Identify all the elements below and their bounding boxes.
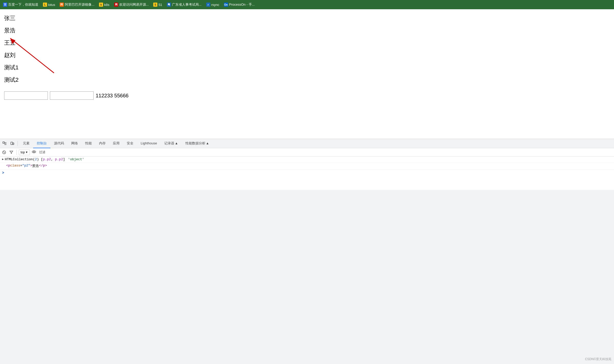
tab-label-rsync: rsync xyxy=(211,3,219,7)
devtools-toolbar: 元素 控制台 源代码 网络 性能 内存 应用 xyxy=(0,139,614,148)
tab-favicon-wangyi: 网 xyxy=(114,3,118,7)
devtools-tab-network[interactable]: 网络 xyxy=(68,139,82,148)
browser-tabs-bar: 百 百度一下，你就知道 L lotus 阿 阿里巴巴开源镜像... k k8s … xyxy=(0,0,614,9)
devtools-tab-security[interactable]: 安全 xyxy=(123,139,137,148)
devtools-inspect-icon[interactable] xyxy=(1,140,8,147)
devtools-separator-1 xyxy=(17,141,18,146)
list-item-wangwu: 王五 xyxy=(4,39,610,47)
recorder-icon: ▲ xyxy=(175,141,178,145)
tab-label-k8s: k8s xyxy=(104,3,109,7)
html-collection-item1: p.p2 xyxy=(43,157,51,161)
devtools-panel: 元素 控制台 源代码 网络 性能 内存 应用 xyxy=(0,139,614,364)
filter-label: 过滤 xyxy=(38,150,46,154)
console-line-code: <p class="p2">景浩</p> xyxy=(0,163,614,170)
code-tag-close-end: </p> xyxy=(39,164,47,167)
tab-processon[interactable]: On ProcessOn - 手... xyxy=(222,1,257,8)
devtools-tab-memory[interactable]: 内存 xyxy=(95,139,109,148)
html-collection-item2: p.p2 xyxy=(55,157,63,161)
input-field-1[interactable] xyxy=(4,91,48,100)
code-attr-value: "p2" xyxy=(22,164,30,167)
console-separator-1 xyxy=(16,150,17,155)
devtools-tab-console[interactable]: 控制台 xyxy=(33,139,50,148)
console-clear-btn[interactable] xyxy=(1,149,7,155)
devtools-tab-lighthouse[interactable]: Lighthouse xyxy=(137,139,161,148)
list-item-zhangsan: 张三 xyxy=(4,14,610,22)
svg-line-9 xyxy=(3,152,5,153)
input-field-2[interactable] xyxy=(50,91,94,100)
devtools-tabs: 元素 控制台 源代码 网络 性能 内存 应用 xyxy=(19,139,213,148)
console-content: ▶ HTMLCollection(2) [p.p2, p.p2] 'object… xyxy=(0,156,614,190)
devtools-tab-perf-insights[interactable]: 性能数据分析 ▲ xyxy=(182,139,213,148)
code-equals: = xyxy=(20,164,22,167)
tab-favicon-guangdong: 粤 xyxy=(167,3,171,7)
code-tag-open: <p xyxy=(6,164,10,167)
tab-rsync[interactable]: r rsync xyxy=(204,1,221,8)
chevron-down-icon: ▼ xyxy=(25,151,28,154)
code-text-content: 景浩 xyxy=(32,164,39,168)
svg-rect-2 xyxy=(3,142,4,143)
tab-label-51: 51 xyxy=(158,3,162,7)
tab-guangdong[interactable]: 粤 广东省人事考试局... xyxy=(165,1,204,8)
tab-favicon-lotus: L xyxy=(43,3,47,7)
tab-label-processon: ProcessOn - 手... xyxy=(229,2,255,7)
svg-point-10 xyxy=(32,151,36,153)
tab-favicon-rsync: r xyxy=(206,3,210,7)
tab-label-baidu: 百度一下，你就知道 xyxy=(8,2,38,7)
code-attr-name: class xyxy=(10,164,20,167)
console-prompt-symbol: > xyxy=(2,171,4,175)
html-collection-type: 'object' xyxy=(68,157,84,161)
tab-k8s[interactable]: k k8s xyxy=(97,1,111,8)
tab-favicon-51: 5 xyxy=(153,3,157,7)
watermark: CSDN©景天科技苑 xyxy=(585,357,611,361)
devtools-tab-elements[interactable]: 元素 xyxy=(19,139,33,148)
tab-wangyi[interactable]: 网 欢迎访问网易开源... xyxy=(112,1,151,8)
svg-rect-6 xyxy=(11,142,13,145)
main-content: 张三 景浩 王五 赵刘 测试1 测试2 112233 55666 xyxy=(0,9,614,145)
html-collection-keyword: HTMLCollection xyxy=(5,157,33,161)
tab-label-guangdong: 广东省人事考试局... xyxy=(172,2,202,7)
console-eye-btn[interactable] xyxy=(31,149,37,155)
console-filter-btn[interactable] xyxy=(8,149,14,155)
svg-point-11 xyxy=(33,151,34,152)
code-tag-close-start: > xyxy=(30,164,32,167)
devtools-tab-recorder[interactable]: 记录器 ▲ xyxy=(161,139,182,148)
console-prompt-line[interactable]: > xyxy=(0,170,614,176)
inline-text-value: 112233 55666 xyxy=(96,93,129,99)
console-line-html-collection: ▶ HTMLCollection(2) [p.p2, p.p2] 'object… xyxy=(0,156,614,163)
tab-label-lotus: lotus xyxy=(48,3,55,7)
svg-rect-7 xyxy=(13,143,14,145)
devtools-tab-sources[interactable]: 源代码 xyxy=(50,139,68,148)
list-item-zhaoliu: 赵刘 xyxy=(4,51,610,59)
devtools-device-icon[interactable] xyxy=(9,140,16,147)
tab-favicon-processon: On xyxy=(224,3,228,7)
context-selector-label: top xyxy=(21,151,25,154)
tab-favicon-baidu: 百 xyxy=(3,3,7,7)
list-item-test1: 测试1 xyxy=(4,64,610,71)
html-collection-bracket-open: [ xyxy=(41,157,43,161)
list-item-jinghao: 景浩 xyxy=(4,27,610,34)
input-row: 112233 55666 xyxy=(4,91,610,100)
tab-label-wangyi: 欢迎访问网易开源... xyxy=(119,2,149,7)
context-selector[interactable]: top ▼ xyxy=(19,150,30,155)
list-item-test2: 测试2 xyxy=(4,76,610,84)
tab-favicon-k8s: k xyxy=(99,3,103,7)
tab-51[interactable]: 5 51 xyxy=(151,1,164,8)
perf-insights-icon: ▲ xyxy=(206,141,209,145)
page-content-area: 张三 景浩 王五 赵刘 测试1 测试2 112233 55666 xyxy=(0,9,614,145)
page-wrapper: 百 百度一下，你就知道 L lotus 阿 阿里巴巴开源镜像... k k8s … xyxy=(0,0,614,364)
tab-baidu[interactable]: 百 百度一下，你就知道 xyxy=(1,1,40,8)
console-toolbar: top ▼ 过滤 xyxy=(0,148,614,156)
tab-lotus[interactable]: L lotus xyxy=(41,1,57,8)
devtools-tab-performance[interactable]: 性能 xyxy=(82,139,95,148)
devtools-tab-application[interactable]: 应用 xyxy=(109,139,123,148)
tab-favicon-alibaba: 阿 xyxy=(60,3,64,7)
tab-alibaba[interactable]: 阿 阿里巴巴开源镜像... xyxy=(58,1,96,8)
tab-label-alibaba: 阿里巴巴开源镜像... xyxy=(65,2,94,7)
expand-icon[interactable]: ▶ xyxy=(2,157,4,161)
